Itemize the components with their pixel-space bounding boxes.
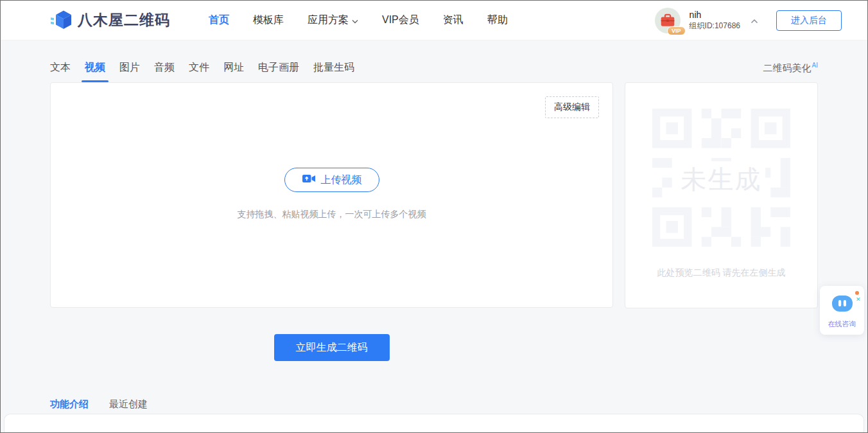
nav-item-help[interactable]: 帮助	[487, 13, 508, 27]
upload-video-button[interactable]: 上传视频	[284, 168, 379, 192]
qr-beautify-label: 二维码美化	[763, 62, 812, 73]
tab-audio[interactable]: 音频	[154, 61, 175, 82]
avatar[interactable]: VIP	[655, 8, 681, 33]
qr-preview-caption: 此处预览二维码 请先在左侧生成	[625, 267, 817, 279]
nav-item-solutions-label: 应用方案	[308, 13, 349, 27]
brand-name: 八木屋二维码	[78, 10, 170, 30]
sparkle-x-icon: ✕	[856, 296, 861, 303]
video-camera-upload-icon	[302, 173, 316, 187]
qr-not-generated-text: 未生成	[681, 161, 762, 197]
upload-video-label: 上传视频	[321, 173, 362, 187]
tab-url[interactable]: 网址	[223, 61, 244, 82]
header: 八木屋二维码 首页 模板库 应用方案 VIP会员 资讯 帮助	[1, 1, 867, 40]
nav-item-vip[interactable]: VIP会员	[382, 13, 419, 27]
vip-badge: VIP	[667, 26, 686, 35]
bottom-content-panel	[4, 414, 864, 432]
nav-item-news[interactable]: 资讯	[443, 13, 464, 27]
online-support-widget[interactable]: ✕ 在线咨询	[820, 286, 864, 335]
page: 八木屋二维码 首页 模板库 应用方案 VIP会员 资讯 帮助	[0, 0, 868, 433]
main-nav: 首页 模板库 应用方案 VIP会员 资讯 帮助	[209, 13, 508, 27]
qr-beautify-link[interactable]: 二维码美化AI	[763, 62, 818, 82]
enter-backend-button[interactable]: 进入后台	[776, 10, 842, 31]
upload-hint: 支持拖拽、粘贴视频上传，一次可上传多个视频	[238, 209, 426, 220]
qr-preview-card: 未生成 此处预览二维码 请先在左侧生成	[625, 82, 818, 308]
user-meta: nih 组织ID:107686	[690, 10, 740, 31]
ai-superscript: AI	[812, 62, 818, 69]
cards-row: 高级编辑 上传视频 支持拖拽、粘贴视频上传，一次可上传多个视频	[50, 82, 818, 308]
generate-row: 立即生成二维码	[50, 334, 613, 361]
tab-text[interactable]: 文本	[50, 61, 71, 82]
tab-video[interactable]: 视频	[85, 61, 105, 82]
sparkle-dot-icon	[855, 291, 859, 295]
chevron-up-icon[interactable]	[751, 15, 758, 26]
chat-robot-icon: ✕	[831, 294, 854, 315]
chevron-down-icon	[352, 15, 358, 26]
user-org-id: 组织ID:107686	[690, 21, 740, 31]
upload-dropzone[interactable]: 高级编辑 上传视频 支持拖拽、粘贴视频上传，一次可上传多个视频	[50, 82, 613, 308]
user-name: nih	[690, 10, 740, 21]
type-tabs-row: 文本 视频 图片 音频 文件 网址 电子画册 批量生码 二维码美化AI	[50, 40, 818, 82]
online-support-label: 在线咨询	[820, 319, 864, 329]
nav-item-templates[interactable]: 模板库	[253, 13, 284, 27]
advanced-edit-button[interactable]: 高级编辑	[545, 96, 599, 118]
main-content: 文本 视频 图片 音频 文件 网址 电子画册 批量生码 二维码美化AI 高级编辑	[1, 40, 867, 416]
brand-logo[interactable]: 八木屋二维码	[49, 8, 170, 33]
generate-qr-button[interactable]: 立即生成二维码	[274, 334, 390, 361]
tab-file[interactable]: 文件	[189, 61, 209, 82]
brand-logo-icon	[49, 8, 73, 33]
user-area: VIP nih 组织ID:107686 进入后台	[655, 8, 842, 33]
nav-item-solutions[interactable]: 应用方案	[308, 13, 358, 27]
nav-item-home[interactable]: 首页	[209, 13, 229, 27]
tab-batch[interactable]: 批量生码	[313, 61, 354, 82]
qr-placeholder: 未生成	[652, 109, 790, 249]
tab-image[interactable]: 图片	[119, 61, 140, 82]
type-tabs: 文本 视频 图片 音频 文件 网址 电子画册 批量生码	[50, 61, 354, 82]
tab-ebook[interactable]: 电子画册	[258, 61, 299, 82]
